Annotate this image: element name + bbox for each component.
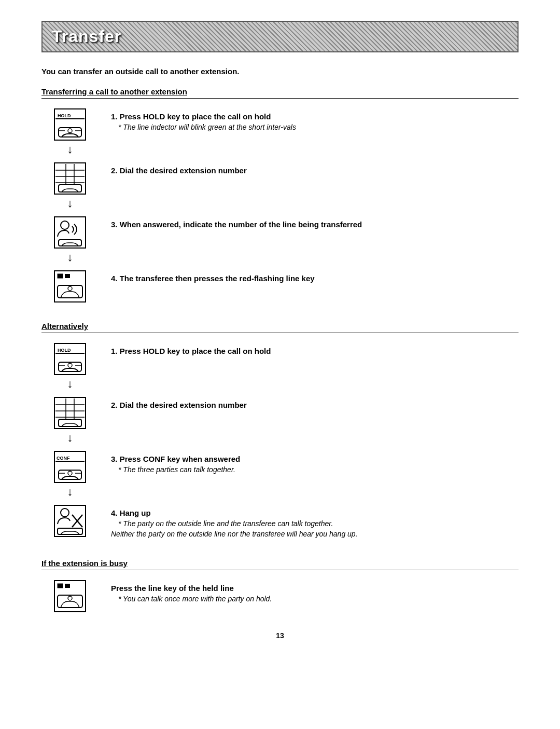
- step-row: ↓ 3. When answered, indicate the number …: [41, 216, 519, 266]
- busy-step-text: Press the line key of the held line * Yo…: [99, 580, 519, 605]
- svg-rect-2: [55, 118, 85, 119]
- section2-heading: Alternatively: [41, 322, 519, 333]
- line-phone-icon: [53, 270, 87, 303]
- step-row: Press the line key of the held line * Yo…: [41, 580, 519, 613]
- svg-text:HOLD: HOLD: [58, 348, 71, 353]
- section-busy: If the extension is busy Press the line …: [41, 559, 519, 613]
- step3-icon-col: ↓: [41, 216, 99, 266]
- step-row: HOLD ↓ 1. Press HOLD key to place the ca…: [41, 342, 519, 392]
- alt-step4-text: 4. Hang up * The party on the outside li…: [99, 504, 519, 540]
- svg-rect-49: [58, 584, 63, 588]
- step1-icon-col: HOLD ↓: [41, 108, 99, 158]
- svg-rect-19: [65, 274, 70, 278]
- conf-phone-icon: CONF: [53, 450, 87, 484]
- alt-step4-label: 4. Hang up: [111, 508, 519, 517]
- step-row: HOLD ↓ 1. Press HOLD key to place the ca…: [41, 108, 519, 158]
- alt-step3-text: 3. Press CONF key when answered * The th…: [99, 450, 519, 476]
- alt-step2-text: 2. Dial the desired extension number: [99, 396, 519, 411]
- alt-step2-icon-wrap: ↓: [53, 396, 87, 446]
- busy-step-label: Press the line key of the held line: [111, 584, 519, 593]
- section-alternatively: Alternatively HOLD ↓ 1. Press HOLD key t…: [41, 322, 519, 540]
- alt-step2-label: 2. Dial the desired extension number: [111, 401, 519, 409]
- page-title: Transfer: [52, 27, 508, 46]
- section1-heading: Transferring a call to another extension: [41, 87, 519, 99]
- step-row: ↓ 2. Dial the desired extension number: [41, 396, 519, 446]
- alt-step3-icon-col: CONF ↓: [41, 450, 99, 500]
- step2-icon-wrap: ↓: [53, 162, 87, 212]
- hangup-phone-icon: [53, 504, 87, 538]
- alt-step4-note2: Neither the party on the outside line no…: [111, 530, 519, 538]
- step-row: ↓ 2. Dial the desired extension number: [41, 162, 519, 212]
- alt-step1-label: 1. Press HOLD key to place the call on h…: [111, 347, 519, 355]
- talking-phone-icon: [53, 216, 87, 249]
- arrow2: ↓: [67, 197, 73, 210]
- step2-text: 2. Dial the desired extension number: [99, 162, 519, 177]
- step1-text: 1. Press HOLD key to place the call on h…: [99, 108, 519, 133]
- svg-text:HOLD: HOLD: [58, 113, 71, 118]
- svg-rect-50: [65, 584, 70, 588]
- title-bar: Transfer: [41, 21, 519, 52]
- alt-hold-phone-icon: HOLD: [53, 342, 87, 376]
- step3-text: 3. When answered, indicate the number of…: [99, 216, 519, 231]
- section-transfer: Transferring a call to another extension…: [41, 87, 519, 303]
- section3-heading: If the extension is busy: [41, 559, 519, 570]
- step-row: 4. Hang up * The party on the outside li…: [41, 504, 519, 540]
- keypad-phone-icon: [53, 162, 87, 195]
- svg-rect-24: [55, 353, 85, 354]
- alt-step2-icon-col: ↓: [41, 396, 99, 446]
- alt-step3-label: 3. Press CONF key when answered: [111, 455, 519, 463]
- alt-step3-icon-wrap: CONF ↓: [53, 450, 87, 500]
- step2-label: 2. Dial the desired extension number: [111, 166, 519, 175]
- svg-rect-18: [58, 274, 63, 278]
- step-row: 4. The transferee then presses the red-f…: [41, 270, 519, 303]
- alt-step4-note: * The party on the outside line and the …: [118, 519, 519, 528]
- step4-text: 4. The transferee then presses the red-f…: [99, 270, 519, 285]
- step4-label: 4. The transferee then presses the red-f…: [111, 274, 519, 283]
- page-number: 13: [41, 631, 519, 640]
- arrow3: ↓: [67, 251, 73, 264]
- alt-arrow2: ↓: [67, 431, 73, 445]
- step3-label: 3. When answered, indicate the number of…: [111, 220, 519, 229]
- alt-step4-icon-col: [41, 504, 99, 538]
- svg-rect-38: [55, 461, 85, 462]
- busy-phone-icon: [53, 580, 87, 613]
- step3-icon-wrap: ↓: [53, 216, 87, 266]
- alt-keypad-phone-icon: [53, 396, 87, 430]
- alt-step1-icon-wrap: HOLD ↓: [53, 342, 87, 392]
- busy-icon-col: [41, 580, 99, 613]
- step2-icon-col: ↓: [41, 162, 99, 212]
- step1-note: * The line indector will blink green at …: [118, 123, 519, 131]
- step4-icon-col: [41, 270, 99, 303]
- svg-text:CONF: CONF: [57, 456, 70, 461]
- step1-icon-wrap: HOLD ↓: [53, 108, 87, 158]
- busy-step-note: * You can talk once more with the party …: [118, 595, 519, 603]
- arrow1: ↓: [67, 143, 73, 156]
- step-row: CONF ↓ 3. Press CONF key when answered *…: [41, 450, 519, 500]
- alt-step1-text: 1. Press HOLD key to place the call on h…: [99, 342, 519, 357]
- alt-arrow3: ↓: [67, 485, 73, 499]
- hold-phone-icon: HOLD: [53, 108, 87, 141]
- step1-label: 1. Press HOLD key to place the call on h…: [111, 112, 519, 121]
- intro-text: You can transfer an outside call to anot…: [41, 67, 519, 76]
- alt-arrow1: ↓: [67, 377, 73, 391]
- alt-step1-icon-col: HOLD ↓: [41, 342, 99, 392]
- alt-step3-note: * The three parties can talk together.: [118, 465, 519, 474]
